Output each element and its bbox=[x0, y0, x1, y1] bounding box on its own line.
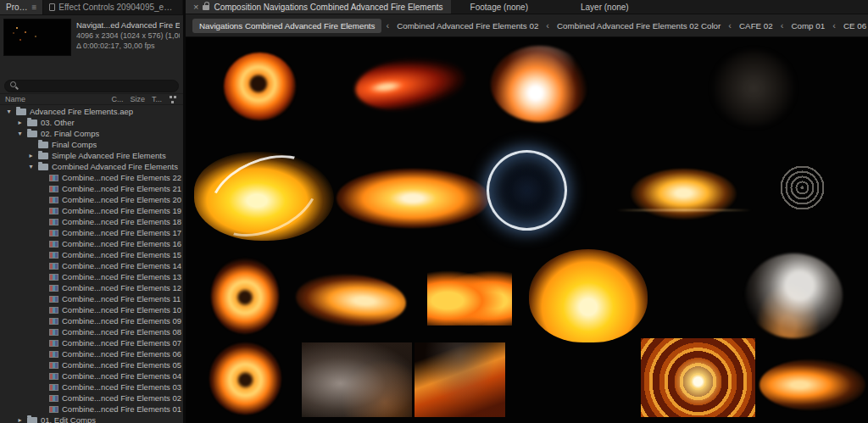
breadcrumb-item[interactable]: Navigations Combined Advanced Fire Eleme… bbox=[192, 19, 381, 33]
tree-row[interactable]: ▸01. Edit Comps bbox=[0, 415, 183, 423]
tree-row[interactable]: Combine...nced Fire Elements 09 bbox=[0, 315, 183, 326]
tab-project[interactable]: Project ≡ bbox=[0, 0, 43, 14]
tree-row[interactable]: Combine...nced Fire Elements 07 bbox=[0, 337, 183, 348]
tab-footage[interactable]: Footage (none) bbox=[463, 0, 536, 14]
composition-icon bbox=[49, 296, 58, 303]
tree-item-label: Final Comps bbox=[52, 140, 97, 149]
fire-vortex-footage-thumb bbox=[641, 338, 755, 417]
breadcrumb-item[interactable]: CE 06 bbox=[840, 19, 868, 33]
breadcrumb-item[interactable]: Combined Advanced Fire Elements 02 bbox=[393, 19, 542, 33]
tree-row[interactable]: Combine...nced Fire Elements 08 bbox=[0, 326, 183, 337]
tree-item-label: Combine...nced Fire Elements 09 bbox=[62, 316, 181, 326]
left-panel-tabs: Project ≡ Effect Controls 20904095_extre… bbox=[0, 0, 183, 15]
tree-row[interactable]: Combine...nced Fire Elements 20 bbox=[0, 194, 183, 205]
tree-item-label: Combine...nced Fire Elements 03 bbox=[62, 382, 181, 392]
collapse-arrow-icon[interactable]: ▾ bbox=[27, 163, 35, 170]
preview-metadata: Navigat...ed Advanced Fire Elements ▾ 40… bbox=[76, 19, 180, 58]
search-box[interactable] bbox=[4, 80, 179, 92]
composition-canvas[interactable] bbox=[186, 37, 868, 423]
panel-menu-icon[interactable]: ≡ bbox=[32, 3, 37, 12]
tree-item-label: Combine...nced Fire Elements 07 bbox=[62, 338, 181, 348]
fire-streaks-footage-thumb bbox=[415, 342, 505, 417]
selected-item-name[interactable]: Navigat...ed Advanced Fire Elements ▾ bbox=[76, 20, 180, 30]
column-color[interactable]: C... bbox=[111, 95, 123, 103]
tree-row[interactable]: Combine...nced Fire Elements 12 bbox=[0, 282, 183, 293]
expand-arrow-icon[interactable]: ▸ bbox=[16, 416, 24, 423]
flame-wings-thumb bbox=[427, 266, 512, 326]
tree-row[interactable]: Combine...nced Fire Elements 17 bbox=[0, 227, 183, 238]
tree-row[interactable]: Combine...nced Fire Elements 02 bbox=[0, 392, 183, 404]
small-fire-burst-thumb bbox=[211, 258, 279, 334]
tree-row[interactable]: Combine...nced Fire Elements 13 bbox=[0, 271, 183, 282]
tree-item-label: Combine...nced Fire Elements 01 bbox=[62, 404, 181, 414]
column-headers: Name C... Size T... bbox=[0, 93, 183, 105]
tree-row[interactable]: ▾Combined Advanced Fire Elements bbox=[0, 161, 183, 172]
tree-item-label: Combine...nced Fire Elements 22 bbox=[62, 173, 181, 182]
column-size[interactable]: Size bbox=[130, 95, 145, 103]
tree-item-label: Simple Advanced Fire Elements bbox=[52, 151, 166, 160]
composition-icon bbox=[49, 252, 58, 259]
composition-tab-label: Composition Navigations Combined Advance… bbox=[214, 3, 442, 12]
viewer-tabs: × Composition Navigations Combined Advan… bbox=[186, 0, 868, 14]
column-type[interactable]: T... bbox=[152, 95, 162, 103]
tree-item-label: Combine...nced Fire Elements 10 bbox=[62, 305, 181, 314]
collapse-arrow-icon[interactable]: ▾ bbox=[16, 130, 24, 137]
tree-item-label: Combine...nced Fire Elements 04 bbox=[62, 371, 181, 381]
collapse-arrow-icon[interactable]: ▾ bbox=[5, 108, 13, 115]
red-fire-streak-thumb bbox=[353, 52, 468, 115]
tree-row[interactable]: Combine...nced Fire Elements 03 bbox=[0, 381, 183, 392]
expand-arrow-icon[interactable]: ▸ bbox=[16, 119, 24, 126]
tree-row[interactable]: Combine...nced Fire Elements 05 bbox=[0, 359, 183, 370]
selected-item-label: Navigat...ed Advanced Fire Elements bbox=[76, 20, 180, 30]
tree-item-label: Combine...nced Fire Elements 12 bbox=[62, 283, 181, 292]
tree-item-label: Combine...nced Fire Elements 13 bbox=[62, 272, 181, 281]
effect-controls-icon bbox=[49, 3, 55, 11]
tree-row[interactable]: Combine...nced Fire Elements 06 bbox=[0, 348, 183, 359]
tree-row[interactable]: Combine...nced Fire Elements 04 bbox=[0, 370, 183, 381]
tree-item-label: Combine...nced Fire Elements 18 bbox=[62, 217, 181, 226]
lock-icon[interactable] bbox=[203, 5, 209, 10]
tab-layer[interactable]: Layer (none) bbox=[573, 0, 637, 14]
tree-row[interactable]: Combine...nced Fire Elements 15 bbox=[0, 249, 183, 260]
composition-icon bbox=[49, 197, 58, 203]
tree-item-label: Combined Advanced Fire Elements bbox=[52, 162, 178, 171]
tree-row[interactable]: Combine...nced Fire Elements 18 bbox=[0, 216, 183, 227]
search-input[interactable] bbox=[22, 81, 173, 91]
tree-row[interactable]: Final Comps bbox=[0, 139, 183, 150]
tree-item-label: Combine...nced Fire Elements 16 bbox=[62, 239, 181, 248]
tree-row[interactable]: Combine...nced Fire Elements 01 bbox=[0, 404, 183, 415]
after-effects-window: Project ≡ Effect Controls 20904095_extre… bbox=[0, 0, 868, 423]
tree-row[interactable]: ▾02. Final Comps bbox=[0, 128, 183, 139]
expand-arrow-icon[interactable]: ▸ bbox=[27, 152, 35, 159]
tree-row[interactable]: Combine...nced Fire Elements 11 bbox=[0, 293, 183, 304]
tree-row[interactable]: Combine...nced Fire Elements 10 bbox=[0, 304, 183, 315]
item-dimensions: 4096 x 2304 (1024 x 576) (1,00) bbox=[76, 31, 180, 40]
smoke-cloud-footage-thumb bbox=[302, 342, 412, 417]
breadcrumb-item[interactable]: CAFE 02 bbox=[736, 19, 776, 33]
tree-row[interactable]: Combine...nced Fire Elements 21 bbox=[0, 183, 183, 194]
tree-item-label: Combine...nced Fire Elements 15 bbox=[62, 250, 181, 259]
blue-energy-ring-thumb bbox=[487, 150, 567, 231]
tree-row[interactable]: Combine...nced Fire Elements 14 bbox=[0, 260, 183, 271]
tree-row[interactable]: Combine...nced Fire Elements 19 bbox=[0, 205, 183, 216]
tree-row[interactable]: ▾Advanced Fire Elements.aep bbox=[0, 106, 183, 117]
folder-icon bbox=[38, 153, 48, 159]
composition-icon bbox=[49, 208, 58, 214]
tab-effect-controls[interactable]: Effect Controls 20904095_extreme- bbox=[43, 0, 183, 14]
composition-icon bbox=[49, 362, 58, 369]
preview-thumbnail bbox=[3, 19, 71, 56]
flowchart-icon[interactable] bbox=[169, 95, 178, 104]
breadcrumb-item[interactable]: Comp 01 bbox=[787, 19, 828, 33]
tree-item-label: Combine...nced Fire Elements 14 bbox=[62, 261, 181, 270]
close-icon[interactable]: × bbox=[193, 2, 198, 12]
tree-row[interactable]: Combine...nced Fire Elements 16 bbox=[0, 238, 183, 249]
composition-icon bbox=[49, 219, 58, 225]
tree-row[interactable]: ▸Simple Advanced Fire Elements bbox=[0, 150, 183, 161]
composition-icon bbox=[49, 351, 58, 358]
breadcrumb-item[interactable]: Combined Advanced Fire Elements 02 Color bbox=[554, 19, 724, 33]
tree-row[interactable]: Combine...nced Fire Elements 22 bbox=[0, 172, 183, 183]
tree-row[interactable]: ▸03. Other bbox=[0, 117, 183, 128]
tab-composition[interactable]: × Composition Navigations Combined Advan… bbox=[186, 0, 451, 14]
composition-icon bbox=[49, 384, 58, 391]
column-name[interactable]: Name bbox=[5, 95, 104, 103]
